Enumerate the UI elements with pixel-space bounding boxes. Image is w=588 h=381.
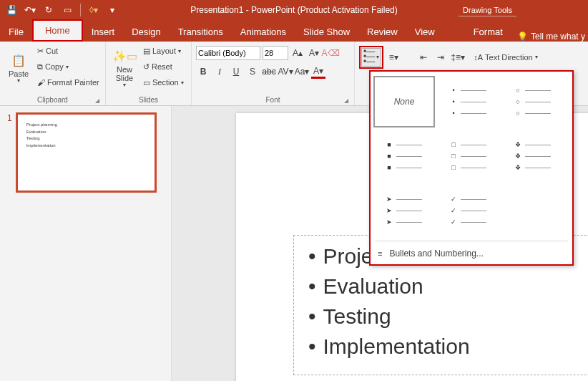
slide-thumbnail-panel: 1 Project planning Evaluation Testing Im… [0, 106, 172, 381]
bullets-gallery-grid: None • • • ○ ○ ○ ■ ■ ■ □ □ □ ❖ ❖ ❖ ➤ ➤ [371, 72, 572, 239]
save-icon[interactable]: 💾 [6, 4, 17, 16]
tab-animations[interactable]: Animations [232, 22, 295, 42]
qat-more-icon[interactable]: ▾ [107, 4, 118, 16]
title-bar: 💾 ↶▾ ↻ ▭ ◊▾ ▾ Presentation1 - PowerPoint… [0, 0, 588, 20]
tab-file[interactable]: File [0, 22, 32, 42]
change-case-button[interactable]: Aa▾ [295, 64, 309, 79]
contextual-tab-label: Drawing Tools [459, 4, 516, 16]
slide-number: 1 [7, 113, 12, 192]
bullet-text: Implementation [323, 334, 470, 359]
bullets-icon: •—•—•— [363, 49, 375, 65]
decrease-font-icon[interactable]: A▾ [307, 46, 321, 60]
quick-access-toolbar: 💾 ↶▾ ↻ ▭ ◊▾ ▾ [0, 4, 124, 16]
italic-button[interactable]: I [212, 64, 227, 79]
bullet-text: Proje [323, 244, 373, 269]
numbering-button[interactable]: ≡▾ [386, 50, 401, 64]
group-slides: ✨▭ New Slide ▾ ▤ Layout▾ ↺ Reset ▭ Secti… [106, 42, 192, 105]
layout-label: Layout [152, 47, 176, 55]
slide-thumbnail-item[interactable]: 1 Project planning Evaluation Testing Im… [7, 113, 164, 192]
paste-button[interactable]: 📋 Paste ▾ [4, 43, 33, 93]
ribbon-tabs: File Home Insert Design Transitions Anim… [0, 20, 588, 42]
section-label: Section [152, 78, 179, 87]
reset-button[interactable]: ↺ Reset [142, 59, 185, 74]
char-spacing-button[interactable]: AV▾ [278, 64, 293, 79]
chevron-down-icon: ▾ [123, 82, 126, 89]
tell-me-label: Tell me what y [531, 32, 585, 42]
tab-format[interactable]: Format [465, 22, 511, 42]
new-slide-icon: ✨▭ [116, 48, 133, 65]
start-from-beginning-icon[interactable]: ▭ [62, 4, 73, 16]
tab-insert[interactable]: Insert [83, 22, 124, 42]
text-direction-button[interactable]: ↕A Text Direction▾ [472, 49, 539, 65]
line-spacing-button[interactable]: ‡≡▾ [451, 50, 465, 64]
bullets-button[interactable]: •—•—•— ▾ [361, 48, 381, 67]
format-painter-label: Format Painter [47, 78, 99, 87]
chevron-down-icon: ▾ [17, 78, 20, 85]
thumb-line: Evaluation [26, 129, 146, 136]
copy-button[interactable]: ⧉ Copy ▾ [36, 59, 101, 74]
thumb-line: Project planning [26, 122, 146, 129]
dialog-launcher-icon[interactable]: ◢ [344, 97, 348, 104]
tab-slideshow[interactable]: Slide Show [295, 22, 358, 42]
tab-home[interactable]: Home [35, 22, 80, 39]
format-painter-button[interactable]: 🖌 Format Painter [36, 74, 101, 90]
bullet-icon: • [308, 244, 316, 269]
bullet-option-filled-square[interactable]: ■ ■ ■ [373, 130, 435, 182]
increase-indent-button[interactable]: ⇥ [433, 50, 448, 64]
highlight-home-tab: Home [32, 19, 83, 42]
group-label-slides: Slides [110, 96, 187, 105]
reset-icon: ↺ [143, 62, 150, 72]
bullet-icon: • [308, 334, 316, 359]
app-title: Presentation1 - PowerPoint (Product Acti… [190, 5, 397, 15]
highlight-bullets-button: •—•—•— ▾ [359, 46, 383, 69]
tab-design[interactable]: Design [123, 22, 169, 42]
list-icon: ≡ [378, 249, 382, 258]
group-label-clipboard: Clipboard ◢ [4, 96, 101, 105]
tab-view[interactable]: View [406, 22, 444, 42]
undo-icon[interactable]: ↶▾ [24, 4, 36, 16]
new-slide-label: New Slide [116, 65, 133, 82]
bullet-option-none[interactable]: None [373, 76, 435, 127]
bullet-option-checkmark[interactable]: ✓ ✓ ✓ [438, 185, 499, 236]
dialog-launcher-icon[interactable]: ◢ [95, 97, 99, 104]
bullets-gallery-dropdown: None • • • ○ ○ ○ ■ ■ ■ □ □ □ ❖ ❖ ❖ ➤ ➤ [369, 70, 574, 266]
tell-me-search[interactable]: 💡 Tell me what y [517, 32, 585, 42]
bold-button[interactable]: B [196, 64, 210, 79]
bullet-option-hollow-square[interactable]: □ □ □ [438, 130, 499, 182]
bullet-option-star[interactable]: ❖ ❖ ❖ [502, 130, 564, 182]
font-family-select[interactable] [196, 46, 260, 60]
reset-label: Reset [152, 62, 172, 71]
bullet-option-filled-round[interactable]: • • • [438, 76, 499, 127]
shadow-button[interactable]: S [245, 64, 260, 79]
increase-font-icon[interactable]: A▴ [290, 46, 305, 60]
gallery-separator [375, 241, 568, 241]
bullet-option-arrow[interactable]: ➤ ➤ ➤ [373, 185, 435, 236]
decrease-indent-button[interactable]: ⇤ [416, 50, 431, 64]
font-size-select[interactable] [263, 46, 288, 60]
font-color-button[interactable]: A▾ [311, 64, 325, 79]
brush-icon: 🖌 [37, 78, 45, 87]
paste-icon: 📋 [10, 52, 27, 69]
section-button[interactable]: ▭ Section▾ [142, 74, 185, 90]
bullet-line[interactable]: •Testing [294, 302, 588, 332]
tab-transitions[interactable]: Transitions [170, 22, 232, 42]
bullet-text: Testing [323, 304, 391, 329]
bullet-line[interactable]: •Implementation [294, 332, 588, 362]
group-font: A▴ A▾ A⌫ B I U S abc AV▾ Aa▾ A▾ Font ◢ [192, 42, 355, 105]
strikethrough-button[interactable]: abc [262, 64, 276, 79]
new-slide-button[interactable]: ✨▭ New Slide ▾ [110, 43, 139, 93]
bullet-option-hollow-round[interactable]: ○ ○ ○ [502, 76, 564, 127]
tab-review[interactable]: Review [358, 22, 406, 42]
clear-formatting-icon[interactable]: A⌫ [323, 46, 338, 60]
shape-fill-icon[interactable]: ◊▾ [88, 4, 99, 16]
underline-button[interactable]: U [229, 64, 243, 79]
layout-button[interactable]: ▤ Layout▾ [142, 43, 185, 59]
group-label-font: Font ◢ [196, 96, 350, 105]
cut-button[interactable]: ✂ Cut [36, 43, 101, 59]
cut-label: Cut [46, 47, 58, 55]
lightbulb-icon: 💡 [517, 32, 528, 42]
redo-icon[interactable]: ↻ [43, 4, 54, 16]
bullet-line[interactable]: •Evaluation [294, 271, 588, 302]
thumb-line: Implementation [26, 143, 146, 150]
bullets-and-numbering-menu-item[interactable]: ≡ Bullets and Numbering... [371, 243, 572, 264]
